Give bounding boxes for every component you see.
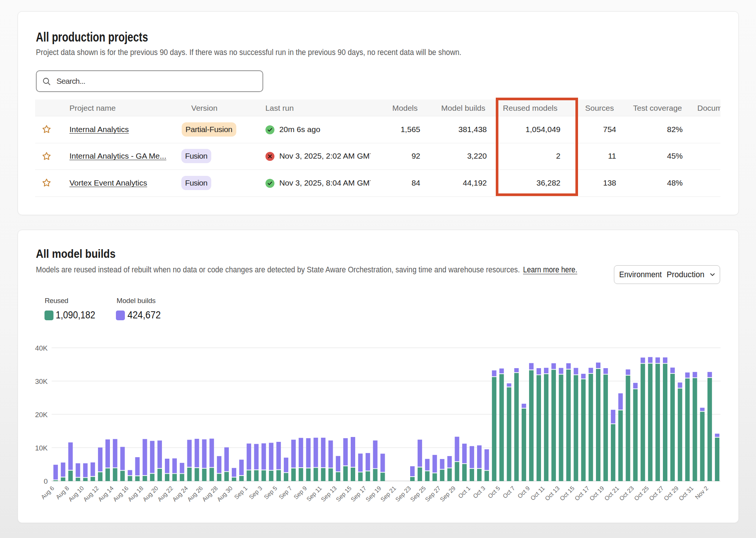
svg-text:Sep 1: Sep 1 — [233, 485, 249, 501]
svg-text:Sep 21: Sep 21 — [379, 485, 397, 503]
svg-text:Oct 27: Oct 27 — [648, 485, 665, 502]
svg-text:Aug 16: Aug 16 — [112, 485, 130, 503]
svg-text:Aug 20: Aug 20 — [141, 485, 159, 503]
svg-text:20K: 20K — [35, 411, 48, 419]
svg-text:Oct 23: Oct 23 — [618, 485, 635, 502]
svg-text:Aug 18: Aug 18 — [127, 485, 145, 503]
svg-text:Oct 31: Oct 31 — [677, 485, 694, 502]
svg-text:Oct 21: Oct 21 — [603, 485, 620, 502]
svg-text:Oct 3: Oct 3 — [472, 485, 486, 499]
svg-text:Oct 9: Oct 9 — [516, 485, 531, 499]
svg-text:Sep 15: Sep 15 — [335, 485, 353, 503]
svg-text:30K: 30K — [35, 377, 48, 385]
svg-text:Sep 11: Sep 11 — [305, 485, 323, 502]
svg-text:Sep 5: Sep 5 — [263, 485, 279, 501]
svg-text:Aug 12: Aug 12 — [82, 485, 100, 503]
svg-text:Aug 28: Aug 28 — [201, 485, 219, 503]
svg-text:Oct 7: Oct 7 — [501, 485, 516, 499]
svg-text:Aug 26: Aug 26 — [186, 485, 204, 503]
svg-text:10K: 10K — [35, 444, 48, 452]
svg-text:Oct 17: Oct 17 — [574, 485, 590, 502]
svg-text:Aug 14: Aug 14 — [97, 485, 115, 503]
svg-text:Sep 19: Sep 19 — [365, 485, 382, 503]
svg-text:Oct 11: Oct 11 — [529, 485, 546, 502]
svg-text:Sep 13: Sep 13 — [320, 485, 338, 503]
svg-text:0: 0 — [44, 477, 48, 485]
svg-text:Oct 19: Oct 19 — [588, 485, 605, 502]
svg-text:Oct 29: Oct 29 — [663, 485, 679, 502]
svg-text:Aug 30: Aug 30 — [216, 485, 234, 503]
svg-text:Oct 15: Oct 15 — [559, 485, 575, 502]
svg-text:Oct 25: Oct 25 — [633, 485, 650, 502]
svg-text:Sep 29: Sep 29 — [439, 485, 457, 503]
svg-text:Sep 27: Sep 27 — [424, 485, 442, 503]
svg-text:Oct 5: Oct 5 — [487, 485, 501, 499]
svg-text:Oct 1: Oct 1 — [457, 485, 471, 499]
svg-text:Sep 7: Sep 7 — [278, 485, 294, 501]
svg-text:Sep 23: Sep 23 — [394, 485, 412, 503]
svg-text:Sep 25: Sep 25 — [409, 485, 427, 503]
svg-text:Aug 24: Aug 24 — [171, 485, 189, 503]
svg-text:Sep 3: Sep 3 — [248, 485, 264, 501]
svg-text:40K: 40K — [35, 344, 48, 352]
svg-text:Nov 2: Nov 2 — [694, 485, 710, 501]
svg-text:Aug 22: Aug 22 — [156, 485, 174, 503]
svg-text:Aug 6: Aug 6 — [40, 485, 55, 501]
svg-text:Sep 17: Sep 17 — [350, 485, 368, 503]
svg-text:Aug 10: Aug 10 — [67, 485, 85, 503]
svg-text:Oct 13: Oct 13 — [544, 485, 560, 502]
